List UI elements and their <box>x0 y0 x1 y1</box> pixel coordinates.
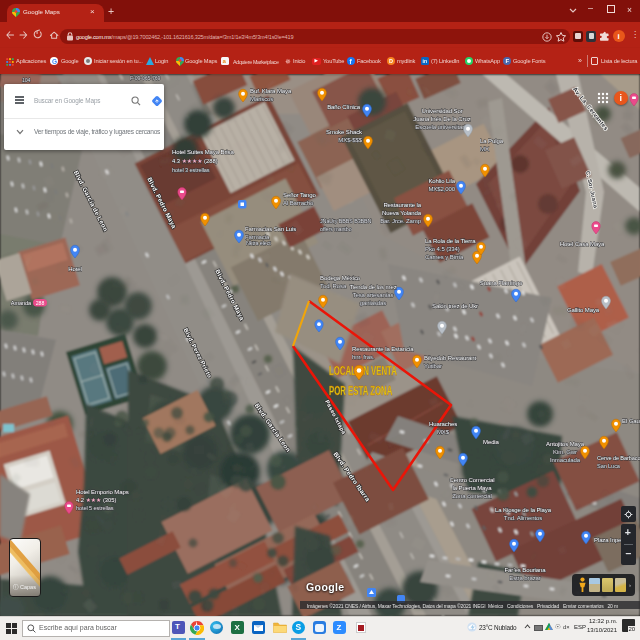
svg-text:Smoke Shack: Smoke Shack <box>326 129 363 135</box>
svg-text:Señor Tango: Señor Tango <box>283 192 317 198</box>
svg-text:POR ESTA ZONA: POR ESTA ZONA <box>329 383 392 398</box>
svg-text:Tesa artesanías: Tesa artesanías <box>353 292 394 298</box>
svg-text:Yutibar: Yutibar <box>424 363 442 369</box>
svg-text:Buf. Klara Maya: Buf. Klara Maya <box>250 88 292 94</box>
svg-text:Bodega México: Bodega México <box>320 275 361 281</box>
svg-text:Tod. Rosa: Tod. Rosa <box>320 283 347 289</box>
svg-text:Hotel Casa Maya: Hotel Casa Maya <box>560 241 605 247</box>
svg-text:Tienda de los mez: Tienda de los mez <box>349 284 396 290</box>
svg-text:Bar. Jrce. Zamp: Bar. Jrce. Zamp <box>380 218 422 224</box>
svg-text:MX$-$$$: MX$-$$$ <box>338 137 362 143</box>
svg-text:Amanda: Amanda <box>11 300 32 306</box>
svg-text:4.3 ★★★★ (288): 4.3 ★★★★ (288) <box>172 158 218 164</box>
svg-text:La Kiosge de la Playa: La Kiosge de la Playa <box>495 507 552 513</box>
svg-text:La Rola de la Tierra: La Rola de la Tierra <box>425 238 476 244</box>
svg-text:San Luca: San Luca <box>597 463 621 469</box>
svg-text:Huaraches: Huaraches <box>429 421 457 427</box>
svg-text:Hotel Emporio Maps: Hotel Emporio Maps <box>76 489 129 495</box>
svg-text:Mariscos: Mariscos <box>250 96 273 102</box>
svg-text:Carnes y Birria: Carnes y Birria <box>425 254 464 260</box>
svg-text:104: 104 <box>22 77 31 83</box>
svg-text:MX: MX <box>480 146 489 152</box>
svg-text:ganiasdas: ganiasdas <box>360 300 387 306</box>
svg-text:Hotel Suites Maya Brisa: Hotel Suites Maya Brisa <box>172 149 234 155</box>
svg-text:Nueva Yolanda: Nueva Yolanda <box>382 210 422 216</box>
svg-text:hotel 5 estrellas: hotel 5 estrellas <box>76 505 114 511</box>
svg-text:La Pulga: La Pulga <box>480 138 504 144</box>
svg-text:offers mantbo: offers mantbo <box>320 226 352 232</box>
svg-text:Kohlio Lila: Kohlio Lila <box>428 178 455 184</box>
svg-text:Salón tnez de Ukr: Salón tnez de Ukr <box>432 303 478 309</box>
svg-text:MX$2,000: MX$2,000 <box>428 186 455 192</box>
svg-text:Al Barracho: Al Barracho <box>283 200 314 206</box>
svg-text:Gallito Maya: Gallito Maya <box>567 307 600 313</box>
svg-text:Universidad Sor: Universidad Sor <box>421 108 462 114</box>
svg-text:hotel 3 estrellas: hotel 3 estrellas <box>172 167 210 173</box>
svg-text:hnr. fras.: hnr. fras. <box>352 354 375 360</box>
svg-text:4.2 ★★★ (305): 4.2 ★★★ (305) <box>76 497 116 503</box>
svg-text:Media: Media <box>483 439 500 445</box>
svg-text:Suana Flamingo: Suana Flamingo <box>480 280 523 286</box>
svg-text:Hotel: Hotel <box>68 266 82 272</box>
svg-text:Bilyedob Restaurant: Bilyedob Restaurant <box>424 355 477 361</box>
svg-text:Far’es Bouriana: Far’es Bouriana <box>504 567 546 573</box>
svg-text:JNaUry BBBS B3BBN: JNaUry BBBS B3BBN <box>320 218 372 224</box>
svg-text:Escuela universitaria: Escuela universitaria <box>415 124 469 130</box>
svg-text:Centro Comercial: Centro Comercial <box>449 477 494 483</box>
svg-text:Nktra elect: Nktra elect <box>246 240 271 246</box>
svg-text:Restaurante la Estancia: Restaurante la Estancia <box>352 346 414 352</box>
svg-text:288: 288 <box>36 300 45 306</box>
svg-text:la Puerta Maya: la Puerta Maya <box>453 485 493 491</box>
svg-text:Plaza Inpe: Plaza Inpe <box>594 537 622 543</box>
svg-text:Zona comercial: Zona comercial <box>452 493 492 499</box>
svg-text:Inmaculada: Inmaculada <box>550 457 581 463</box>
svg-text:Antojitos Maya: Antojitos Maya <box>546 441 585 447</box>
svg-text:F-09-065-769: F-09-065-769 <box>130 75 160 81</box>
svg-text:Restaurante la: Restaurante la <box>383 202 421 208</box>
svg-text:Tnd. Alimentos: Tnd. Alimentos <box>504 515 542 521</box>
svg-text:Kim. Gwr: Kim. Gwr <box>553 449 577 455</box>
svg-text:MX$: MX$ <box>437 429 450 435</box>
svg-text:Pko 4.5 (334): Pko 4.5 (334) <box>425 246 460 252</box>
svg-text:Farmacias San Luis: Farmacias San Luis <box>245 226 296 232</box>
svg-text:Estra brazar: Estra brazar <box>509 575 541 581</box>
svg-text:Cerve de Barbacoa: Cerve de Barbacoa <box>597 455 640 461</box>
svg-text:El Gau: El Gau <box>622 418 640 424</box>
svg-text:Baño Clínica: Baño Clínica <box>327 104 361 110</box>
svg-text:Juana Inés De la Cruz: Juana Inés De la Cruz <box>413 116 470 122</box>
